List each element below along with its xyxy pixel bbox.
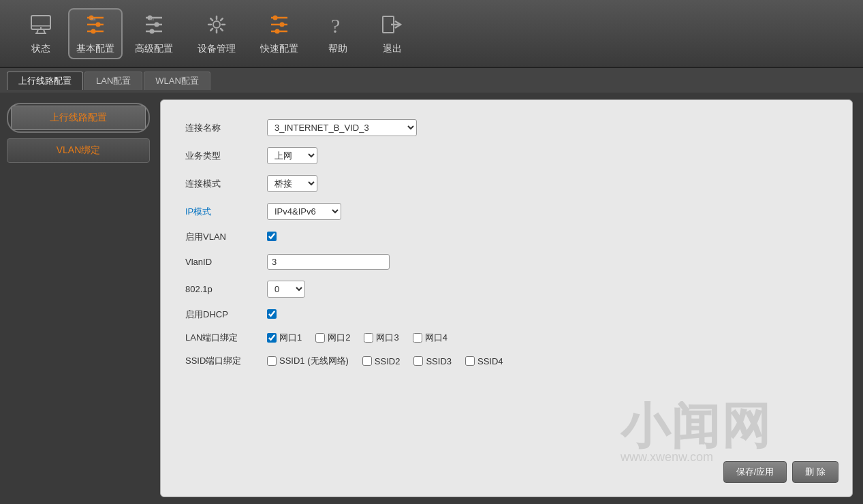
sliders-icon: Ba [83,12,108,40]
lan-port3-label: 网口3 [376,332,398,344]
conn-mode-label: 连接模式 [181,170,263,198]
lan-port2-item[interactable]: 网口2 [315,332,350,344]
tab-lan[interactable]: LAN配置 [84,72,142,90]
monitor-icon [29,12,53,40]
ssid1-item[interactable]: SSID1 (无线网络) [267,355,349,367]
nav-label-quick: 快速配置 [260,43,298,55]
lan-port1-item[interactable]: 网口1 [267,332,302,344]
lan-port1-checkbox[interactable] [267,333,277,343]
top-navigation: 状态 Ba 基本配置 Ad [0,0,863,68]
tab-wlan[interactable]: WLAN配置 [144,72,210,90]
conn-mode-select[interactable]: 桥接 路由 [267,175,317,192]
form-row-vlan-id: VlanID [181,249,832,275]
enable-dhcp-label: 启用DHCP [181,303,263,326]
form-row-enable-vlan: 启用VLAN [181,225,832,249]
ssid4-item[interactable]: SSID4 [465,356,503,366]
dot1p-label: 802.1p [181,275,263,303]
enable-dhcp-checkbox[interactable] [267,309,277,319]
ssid3-checkbox[interactable] [413,356,423,366]
conn-name-label: 连接名称 [181,114,263,142]
form-row-enable-dhcp: 启用DHCP [181,303,832,326]
watermark-line1: 小闻网 [621,401,852,450]
nav-item-logout[interactable]: 退出 [365,7,420,61]
lan-port1-label: 网口1 [279,332,302,344]
lan-port4-label: 网口4 [425,332,448,344]
config-form: 连接名称 3_INTERNET_B_VID_3 1_TR069_B_VID_1 … [181,114,832,373]
lan-port4-checkbox[interactable] [413,333,422,343]
vlan-id-label: VlanID [181,249,263,275]
form-row-dot1p: 802.1p 0 1 2 3 [181,275,832,303]
form-row-ip-mode: IP模式 IPv4&IPv6 IPv4 IPv6 [181,198,832,225]
ip-mode-label: IP模式 [181,198,263,225]
ssid2-label: SSID2 [375,356,401,366]
svg-point-20 [213,21,220,28]
nav-label-status: 状态 [31,43,50,55]
nav-label-advanced: 高级配置 [135,43,173,55]
ssid4-label: SSID4 [477,356,503,366]
svg-point-24 [280,22,285,27]
ssid2-checkbox[interactable] [362,356,372,366]
conn-name-select[interactable]: 3_INTERNET_B_VID_3 1_TR069_B_VID_1 2_VOI… [267,119,417,136]
exit-icon [380,12,405,40]
ssid2-item[interactable]: SSID2 [362,356,401,366]
dot1p-select[interactable]: 0 1 2 3 [267,281,305,298]
nav-item-help[interactable]: ? 帮助 [311,7,365,61]
enable-vlan-checkbox[interactable] [267,232,277,241]
nav-label-device: 设备管理 [198,43,236,55]
delete-button[interactable]: 删 除 [792,461,838,483]
svg-point-22 [273,15,278,20]
ssid1-label: SSID1 (无线网络) [279,355,349,367]
vlan-id-input[interactable] [267,254,390,270]
tab-uplink[interactable]: 上行线路配置 [7,72,83,90]
svg-point-11 [91,29,96,33]
nav-item-status[interactable]: 状态 [14,7,68,61]
form-row-ssid-bind: SSID端口绑定 SSID1 (无线网络) SSID2 [181,349,832,373]
sliders-ad-icon: Ad [142,12,166,40]
enable-vlan-label: 启用VLAN [181,225,263,249]
ssid3-item[interactable]: SSID3 [413,356,452,366]
nav-item-basic[interactable]: Ba 基本配置 [68,8,123,59]
sidebar: 上行线路配置 VLAN绑定 [0,93,157,504]
svg-text:Ad: Ad [149,17,154,21]
nav-label-basic: 基本配置 [76,43,114,55]
form-row-service-type: 业务类型 上网 语音 视频 其他 [181,142,832,170]
service-type-label: 业务类型 [181,142,263,170]
lan-port2-checkbox[interactable] [315,333,325,343]
svg-point-26 [275,29,280,33]
content-panel: 连接名称 3_INTERNET_B_VID_3 1_TR069_B_VID_1 … [160,99,853,497]
gear-icon [204,12,229,40]
form-row-conn-name: 连接名称 3_INTERNET_B_VID_3 1_TR069_B_VID_1 … [181,114,832,142]
form-row-conn-mode: 连接模式 桥接 路由 [181,170,832,198]
lan-port4-item[interactable]: 网口4 [413,332,448,344]
nav-item-device[interactable]: 设备管理 [185,7,248,61]
ssid1-checkbox[interactable] [267,356,277,366]
ssid-bind-label: SSID端口绑定 [181,349,263,373]
ssid3-label: SSID3 [426,356,452,366]
bottom-buttons: 保存/应用 删 除 [723,461,838,483]
sidebar-item-uplink-config[interactable]: 上行线路配置 [11,106,146,130]
sliders-quick-icon [267,12,292,40]
main-area: 上行线路配置 VLAN绑定 连接名称 3_INTERNET_B_VID_3 1_… [0,93,863,504]
lan-port-group: 网口1 网口2 网口3 [267,332,828,344]
svg-text:Ba: Ba [91,17,96,21]
nav-label-help: 帮助 [328,43,347,55]
svg-point-9 [96,22,101,27]
sub-navigation: 上行线路配置 LAN配置 WLAN配置 [0,68,863,93]
ssid4-checkbox[interactable] [465,356,475,366]
service-type-select[interactable]: 上网 语音 视频 其他 [267,147,317,164]
nav-item-advanced[interactable]: Ad 高级配置 [123,7,185,61]
nav-item-quick[interactable]: 快速配置 [248,7,311,61]
sidebar-item-vlan-bind[interactable]: VLAN绑定 [7,138,150,163]
lan-bind-label: LAN端口绑定 [181,326,263,349]
svg-point-18 [150,29,155,33]
nav-label-logout: 退出 [383,43,402,55]
lan-port3-checkbox[interactable] [364,333,373,343]
lan-port2-label: 网口2 [328,332,350,344]
ssid-port-group: SSID1 (无线网络) SSID2 SSID3 [267,355,828,367]
lan-port3-item[interactable]: 网口3 [364,332,398,344]
svg-point-16 [155,22,159,27]
save-button[interactable]: 保存/应用 [723,461,787,483]
form-row-lan-bind: LAN端口绑定 网口1 网口2 [181,326,832,349]
question-icon: ? [326,12,350,40]
ip-mode-select[interactable]: IPv4&IPv6 IPv4 IPv6 [267,203,341,220]
